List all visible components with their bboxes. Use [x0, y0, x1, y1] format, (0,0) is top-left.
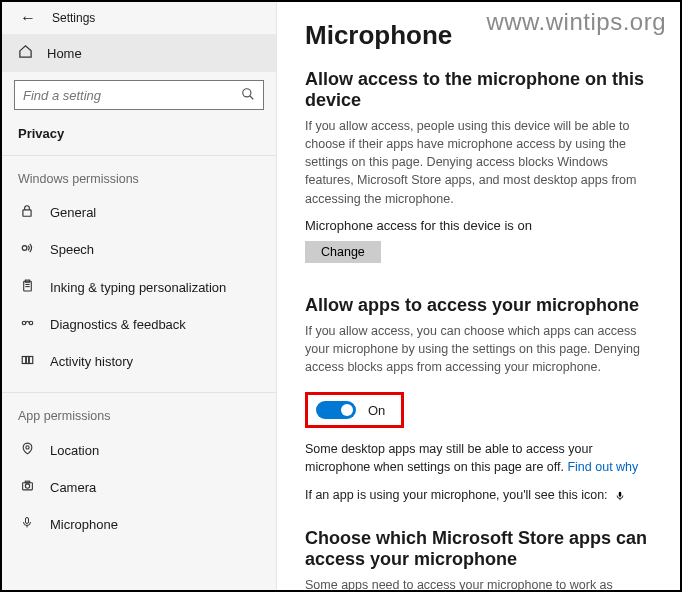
sidebar-item-label: Location [50, 443, 99, 458]
sidebar-item-label: General [50, 205, 96, 220]
device-access-status: Microphone access for this device is on [305, 218, 656, 233]
mic-in-use-text: If an app is using your microphone, you'… [305, 488, 608, 502]
change-button[interactable]: Change [305, 241, 381, 263]
mic-in-use-note: If an app is using your microphone, you'… [305, 486, 656, 504]
find-out-why-link[interactable]: Find out why [567, 460, 638, 474]
main-content: Microphone Allow access to the microphon… [277, 2, 680, 590]
home-nav[interactable]: Home [2, 34, 276, 72]
highlight-box: On [305, 392, 404, 428]
sidebar-item-inking[interactable]: Inking & typing personalization [2, 268, 276, 306]
section-header-app-permissions: App permissions [2, 392, 276, 431]
section-choose-apps-desc: Some apps need to access your microphone… [305, 576, 656, 590]
svg-rect-2 [23, 210, 31, 216]
search-container [2, 72, 276, 114]
clipboard-icon [18, 278, 36, 296]
svg-point-13 [25, 446, 28, 449]
section-allow-apps-desc: If you allow access, you can choose whic… [305, 322, 656, 376]
page-title: Microphone [305, 20, 656, 51]
sidebar-item-general[interactable]: General [2, 194, 276, 231]
sidebar: ← Settings Home Privacy Windows permissi… [2, 2, 277, 590]
section-allow-device-title: Allow access to the microphone on this d… [305, 69, 656, 111]
sidebar-item-camera[interactable]: Camera [2, 469, 276, 505]
svg-point-0 [243, 88, 251, 96]
sidebar-item-diagnostics[interactable]: Diagnostics & feedback [2, 306, 276, 343]
search-field[interactable] [23, 88, 232, 103]
sidebar-item-label: Speech [50, 242, 94, 257]
history-icon [18, 353, 36, 370]
camera-icon [18, 479, 36, 495]
svg-point-8 [22, 321, 26, 325]
sidebar-item-label: Inking & typing personalization [50, 280, 226, 295]
svg-point-3 [22, 246, 27, 251]
svg-rect-12 [29, 357, 33, 364]
app-title: Settings [52, 11, 95, 25]
svg-rect-10 [22, 357, 26, 364]
sidebar-item-activity-history[interactable]: Activity history [2, 343, 276, 380]
svg-rect-11 [26, 357, 28, 364]
search-icon [241, 87, 255, 104]
svg-line-1 [250, 95, 254, 99]
section-allow-apps-title: Allow apps to access your microphone [305, 295, 656, 316]
search-input[interactable] [14, 80, 264, 110]
sidebar-item-label: Activity history [50, 354, 133, 369]
home-label: Home [47, 46, 82, 61]
sidebar-item-label: Diagnostics & feedback [50, 317, 186, 332]
sidebar-item-label: Camera [50, 480, 96, 495]
svg-point-15 [25, 484, 29, 488]
apps-access-toggle[interactable] [316, 401, 356, 419]
sidebar-item-location[interactable]: Location [2, 431, 276, 469]
sidebar-item-label: Microphone [50, 517, 118, 532]
diagnostics-icon [18, 316, 36, 333]
titlebar: ← Settings [2, 6, 276, 34]
svg-point-9 [29, 321, 33, 325]
toggle-knob [341, 404, 353, 416]
category-label: Privacy [2, 114, 276, 155]
back-icon[interactable]: ← [20, 10, 36, 26]
speech-icon [18, 241, 36, 258]
location-icon [18, 441, 36, 459]
settings-window: ← Settings Home Privacy Windows permissi… [2, 2, 680, 590]
toggle-state-label: On [368, 403, 385, 418]
desktop-apps-note: Some desktop apps may still be able to a… [305, 440, 656, 476]
microphone-icon [18, 515, 36, 533]
sidebar-item-speech[interactable]: Speech [2, 231, 276, 268]
svg-rect-17 [26, 518, 29, 524]
desktop-apps-note-text: Some desktop apps may still be able to a… [305, 442, 593, 474]
svg-rect-16 [25, 481, 29, 483]
lock-icon [18, 204, 36, 221]
section-header-windows-permissions: Windows permissions [2, 155, 276, 194]
section-choose-apps-title: Choose which Microsoft Store apps can ac… [305, 528, 656, 570]
home-icon [18, 44, 33, 62]
microphone-status-icon [615, 489, 625, 503]
svg-rect-19 [619, 492, 622, 497]
sidebar-item-microphone[interactable]: Microphone [2, 505, 276, 543]
section-allow-device-desc: If you allow access, people using this d… [305, 117, 656, 208]
